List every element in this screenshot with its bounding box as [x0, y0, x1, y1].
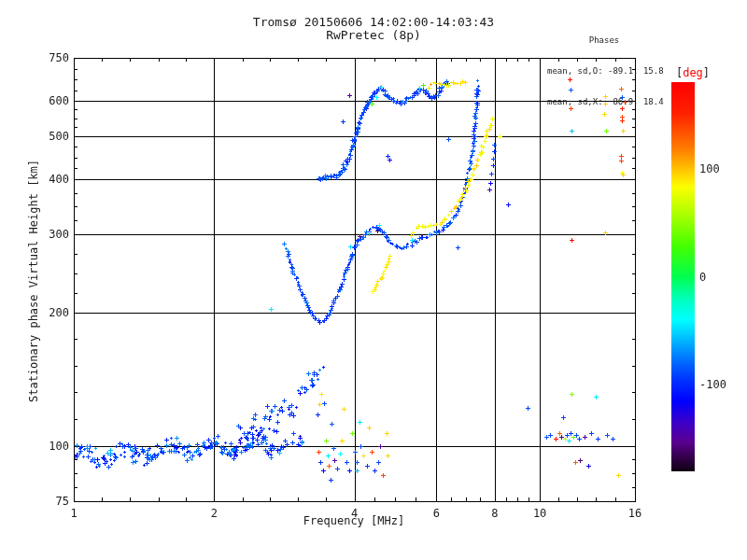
y-tick-label: 750	[28, 51, 69, 64]
x-tick-label: 10	[521, 507, 558, 520]
x-tick-label: 6	[417, 507, 455, 520]
y-tick-label: 100	[28, 440, 69, 453]
colorbar-tick-label: 100	[699, 162, 744, 175]
y-axis-label: Stationary phase Virtual Height [km]	[27, 94, 40, 468]
x-tick-label: 4	[336, 507, 374, 520]
phase-colorbar	[671, 82, 695, 471]
x-tick-label: 8	[476, 507, 514, 520]
ionogram-figure: Tromsø 20150606 14:02:00-14:03:43 RwPret…	[0, 0, 747, 560]
phase-stats-header: Phases	[547, 35, 697, 46]
x-tick-label: 1	[55, 507, 92, 520]
y-tick-label: 200	[28, 306, 69, 319]
y-tick-label: 500	[28, 130, 69, 143]
y-tick-label: 75	[28, 495, 69, 508]
x-tick-label: 16	[616, 507, 654, 520]
x-tick-label: 2	[195, 507, 233, 520]
colorbar-tick-label: 0	[699, 271, 744, 284]
colorbar-unit-label: [deg]	[665, 66, 721, 79]
y-tick-label: 600	[28, 94, 69, 107]
y-tick-label: 400	[28, 173, 69, 186]
y-tick-label: 300	[28, 228, 69, 241]
colorbar-tick-label: -100	[699, 378, 744, 391]
